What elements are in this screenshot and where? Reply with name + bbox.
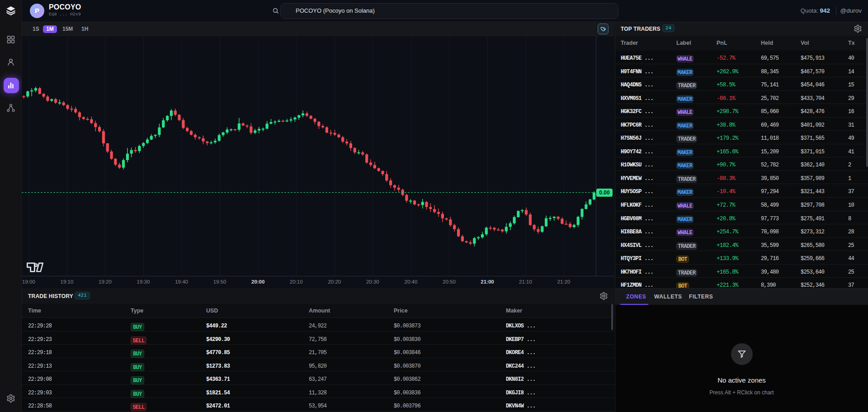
svg-text:20:20: 20:20 [328, 279, 341, 284]
svg-text:19:00: 19:00 [22, 279, 35, 284]
svg-text:20:10: 20:10 [290, 279, 303, 284]
svg-text:0.00: 0.00 [599, 189, 610, 196]
svg-text:19:40: 19:40 [175, 279, 188, 284]
svg-text:21:10: 21:10 [519, 279, 532, 284]
svg-text:21:00: 21:00 [481, 279, 494, 284]
svg-text:21:20: 21:20 [557, 279, 571, 284]
svg-text:19:20: 19:20 [99, 279, 112, 284]
svg-text:20:40: 20:40 [405, 279, 418, 284]
svg-text:20:00: 20:00 [251, 279, 264, 284]
svg-text:19:10: 19:10 [61, 279, 74, 284]
svg-text:19:50: 19:50 [213, 279, 226, 284]
svg-text:19:30: 19:30 [137, 279, 150, 284]
svg-text:20:50: 20:50 [443, 279, 456, 284]
svg-text:20:30: 20:30 [366, 279, 379, 284]
